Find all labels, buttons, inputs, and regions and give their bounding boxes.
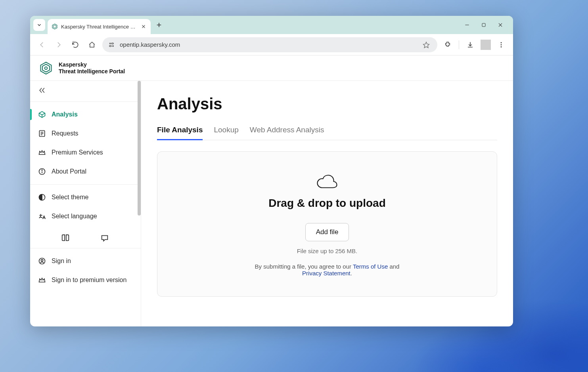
page-title: Analysis bbox=[157, 95, 497, 113]
theme-icon bbox=[38, 193, 46, 201]
svg-rect-11 bbox=[111, 43, 113, 44]
tab-strip: Kaspersky Threat Intelligence P… bbox=[30, 16, 513, 34]
feedback-icon[interactable] bbox=[100, 234, 110, 243]
dropzone-title: Drag & drop to upload bbox=[165, 197, 489, 210]
sidebar-item-label: Select theme bbox=[52, 194, 88, 201]
docs-icon[interactable] bbox=[61, 234, 71, 243]
svg-marker-14 bbox=[423, 42, 429, 48]
analysis-tabs: File Analysis Lookup Web Address Analysi… bbox=[157, 126, 497, 140]
svg-marker-20 bbox=[42, 64, 50, 72]
svg-marker-1 bbox=[53, 25, 56, 28]
svg-rect-12 bbox=[109, 46, 111, 47]
reload-button[interactable] bbox=[69, 38, 82, 51]
add-file-button[interactable]: Add file bbox=[305, 223, 349, 241]
svg-point-18 bbox=[501, 46, 502, 47]
crown-icon bbox=[38, 149, 46, 156]
cube-icon bbox=[38, 111, 46, 118]
tab-title: Kaspersky Threat Intelligence P… bbox=[61, 24, 137, 30]
sidebar-item-requests[interactable]: Requests bbox=[30, 124, 141, 143]
sidebar-item-signin[interactable]: Sign in bbox=[30, 252, 141, 271]
profile-button[interactable] bbox=[481, 40, 491, 50]
url-text: opentip.kaspersky.com bbox=[120, 41, 416, 48]
disclaimer-and: and bbox=[388, 263, 399, 270]
active-tab[interactable]: Kaspersky Threat Intelligence P… bbox=[48, 19, 151, 34]
file-size-limit: File size up to 256 MB. bbox=[165, 248, 489, 254]
home-button[interactable] bbox=[86, 38, 98, 51]
sidebar-item-label: Requests bbox=[52, 130, 79, 137]
tab-web-address[interactable]: Web Address Analysis bbox=[250, 126, 324, 140]
svg-rect-7 bbox=[482, 23, 485, 27]
cloud-icon bbox=[316, 173, 338, 190]
brand-line1: Kaspersky bbox=[59, 61, 125, 68]
maximize-button[interactable] bbox=[478, 19, 489, 31]
terms-link[interactable]: Terms of Use bbox=[353, 263, 388, 270]
sidebar-item-label: Sign in to premium version bbox=[52, 277, 126, 284]
privacy-link[interactable]: Privacy Statement bbox=[302, 270, 351, 277]
sidebar: Analysis Requests Premium Services bbox=[30, 81, 141, 326]
sidebar-item-label: Premium Services bbox=[52, 149, 103, 156]
svg-point-31 bbox=[41, 259, 43, 261]
main-content: Analysis File Analysis Lookup Web Addres… bbox=[141, 81, 513, 326]
sidebar-item-about[interactable]: About Portal bbox=[30, 162, 141, 181]
crown-icon bbox=[38, 276, 46, 284]
sidebar-item-signin-premium[interactable]: Sign in to premium version bbox=[30, 271, 141, 290]
downloads-icon[interactable] bbox=[464, 38, 477, 51]
user-icon bbox=[38, 257, 46, 265]
language-icon bbox=[38, 212, 46, 220]
collapse-sidebar-icon[interactable] bbox=[38, 89, 46, 95]
sidebar-item-label: About Portal bbox=[52, 168, 86, 175]
list-icon bbox=[38, 130, 46, 137]
brand-line2: Threat Intelligence Portal bbox=[59, 68, 125, 75]
sidebar-item-label: Select language bbox=[52, 213, 97, 220]
browser-window: Kaspersky Threat Intelligence P… bbox=[30, 16, 513, 326]
back-button[interactable] bbox=[36, 38, 48, 51]
brand-logo[interactable]: Kaspersky Threat Intelligence Portal bbox=[39, 61, 125, 75]
tab-search-button[interactable] bbox=[33, 19, 45, 31]
svg-point-28 bbox=[42, 170, 42, 170]
sidebar-item-label: Analysis bbox=[52, 111, 78, 118]
window-controls bbox=[462, 19, 513, 31]
toolbar-separator bbox=[459, 40, 459, 49]
disclaimer-prefix: By submitting a file, you agree to our bbox=[255, 263, 353, 270]
disclaimer-period: . bbox=[351, 270, 352, 277]
app-header: Kaspersky Threat Intelligence Portal bbox=[30, 55, 513, 81]
forward-button[interactable] bbox=[52, 38, 65, 51]
upload-disclaimer: By submitting a file, you agree to our T… bbox=[165, 263, 489, 277]
svg-point-21 bbox=[45, 67, 48, 69]
extensions-icon[interactable] bbox=[441, 38, 454, 51]
tab-lookup[interactable]: Lookup bbox=[214, 126, 238, 140]
browser-toolbar: opentip.kaspersky.com bbox=[30, 34, 513, 55]
svg-point-17 bbox=[501, 44, 502, 45]
menu-button[interactable] bbox=[495, 38, 508, 51]
sidebar-item-analysis[interactable]: Analysis bbox=[30, 105, 141, 124]
sidebar-item-label: Sign in bbox=[52, 258, 71, 265]
sidebar-scrollbar[interactable] bbox=[138, 81, 141, 216]
tab-close-icon[interactable] bbox=[140, 23, 147, 30]
svg-point-10 bbox=[109, 43, 111, 44]
svg-point-16 bbox=[501, 42, 502, 43]
close-window-button[interactable] bbox=[495, 19, 506, 31]
sidebar-item-language[interactable]: Select language bbox=[30, 207, 141, 226]
minimize-button[interactable] bbox=[462, 19, 473, 31]
file-dropzone[interactable]: Drag & drop to upload Add file File size… bbox=[157, 151, 497, 297]
svg-point-13 bbox=[113, 46, 114, 47]
sidebar-item-theme[interactable]: Select theme bbox=[30, 188, 141, 207]
address-bar[interactable]: opentip.kaspersky.com bbox=[102, 37, 437, 52]
new-tab-button[interactable] bbox=[153, 19, 165, 31]
info-icon bbox=[38, 168, 46, 176]
tab-favicon-icon bbox=[52, 23, 58, 30]
kaspersky-logo-icon bbox=[39, 61, 53, 75]
bookmark-star-icon[interactable] bbox=[420, 38, 433, 51]
site-info-icon[interactable] bbox=[107, 40, 116, 49]
sidebar-item-premium[interactable]: Premium Services bbox=[30, 143, 141, 162]
tab-file-analysis[interactable]: File Analysis bbox=[157, 126, 203, 140]
